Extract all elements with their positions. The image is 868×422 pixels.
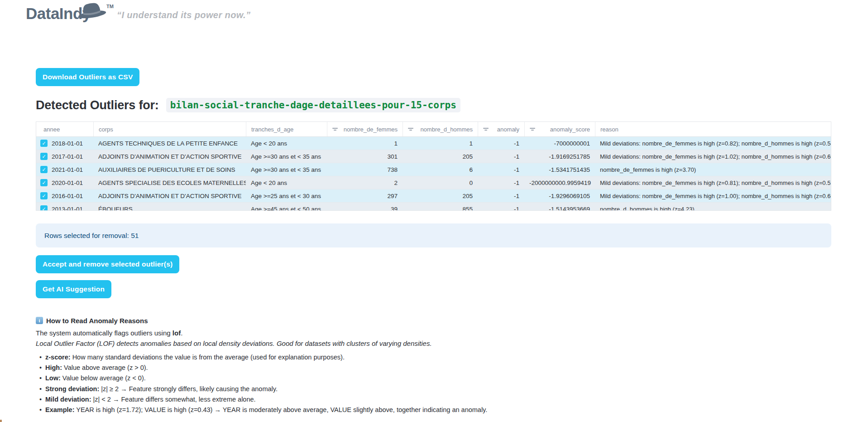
cell-score: -7000000001 (524, 140, 595, 147)
filter-icon[interactable] (332, 128, 338, 131)
cell-corps: ÉBOUEURS (93, 206, 246, 211)
cell-anomaly: -1 (478, 166, 524, 173)
column-header-hommes[interactable]: nombre_d_hommes (403, 122, 478, 136)
table-row[interactable]: 2013-01-01 ÉBOUEURS Age >=45 ans et < 50… (36, 203, 831, 211)
cell-tranche: Age >=45 ans et < 50 ans (246, 206, 327, 211)
cell-tranche: Age >=30 ans et < 35 ans (246, 166, 327, 173)
cell-hommes: 1 (403, 140, 478, 147)
cell-corps: AUXILIAIRES DE PUERICULTURE ET DE SOINS (93, 166, 246, 173)
cell-corps: ADJOINTS D'ANIMATION ET D'ACTION SPORTIV… (93, 193, 246, 199)
cell-score: -2000000000.9959419 (524, 179, 595, 186)
cell-tranche: Age >=25 ans et < 30 ans (246, 193, 327, 199)
row-checkbox[interactable] (40, 166, 48, 173)
cell-corps: ADJOINTS D'ANIMATION ET D'ACTION SPORTIV… (93, 153, 246, 160)
cell-annee: 2020-01-01 (52, 179, 83, 186)
tagline: “I understand its power now.” (117, 10, 250, 20)
column-header-annee[interactable]: annee (36, 122, 93, 136)
cell-anomaly: -1 (478, 140, 524, 147)
cell-reason: Mild deviations: nombre_de_femmes is hig… (595, 193, 831, 199)
cell-tranche: Age >=30 ans et < 35 ans (246, 153, 327, 160)
screen-edge-artifact (0, 420, 2, 422)
cell-score: -1.5341751435 (524, 166, 595, 173)
help-bullet: High: Value above average (z > 0). (36, 363, 806, 373)
table-body: 2018-01-01 AGENTS TECHNIQUES DE LA PETIT… (36, 137, 831, 211)
cell-femmes: 738 (327, 166, 403, 173)
cell-anomaly: -1 (478, 153, 524, 160)
download-csv-button[interactable]: Download Outliers as CSV (36, 68, 139, 86)
cell-hommes: 0 (403, 179, 478, 186)
cell-tranche: Age < 20 ans (246, 140, 327, 147)
cell-annee: 2021-01-01 (52, 166, 83, 173)
hat-icon (76, 0, 108, 20)
cell-femmes: 301 (327, 153, 403, 160)
section-heading: Detected Outliers for: bilan-social-tran… (36, 98, 460, 112)
row-checkbox[interactable] (40, 205, 48, 211)
filter-icon[interactable] (530, 128, 535, 131)
cell-hommes: 205 (403, 153, 478, 160)
cell-annee: 2018-01-01 (52, 140, 83, 147)
cell-femmes: 1 (327, 140, 403, 147)
rows-selected-info: Rows selected for removal: 51 (36, 223, 831, 247)
row-checkbox[interactable] (40, 192, 48, 199)
cell-annee: 2016-01-01 (52, 193, 83, 199)
help-bullet: Low: Value below average (z < 0). (36, 373, 806, 383)
anomaly-help-section: i How to Read Anomaly Reasons The system… (36, 316, 806, 415)
filter-icon[interactable] (408, 128, 413, 131)
cell-hommes: 6 (403, 166, 478, 173)
info-icon: i (36, 317, 43, 324)
table-row[interactable]: 2016-01-01 ADJOINTS D'ANIMATION ET D'ACT… (36, 189, 831, 203)
column-header-tranches[interactable]: tranches_d_age (246, 122, 327, 136)
table-row[interactable]: 2017-01-01 ADJOINTS D'ANIMATION ET D'ACT… (36, 150, 831, 163)
column-header-anomaly[interactable]: anomaly (478, 122, 524, 136)
cell-femmes: 297 (327, 193, 403, 199)
page-title: Detected Outliers for: (36, 98, 159, 112)
cell-score: -1.9296069105 (524, 193, 595, 199)
app-logo: DataIndy TM (26, 5, 125, 27)
cell-reason: nombre_d_hommes is high (z=4.23) (595, 206, 831, 211)
cell-score: -1.9169251785 (524, 153, 595, 160)
table-row[interactable]: 2020-01-01 AGENTS SPECIALISE DES ECOLES … (36, 176, 831, 189)
rows-selected-text: Rows selected for removal: 51 (44, 232, 139, 240)
cell-annee: 2017-01-01 (52, 153, 83, 160)
cell-reason: nombre_de_femmes is high (z=3.70) (595, 166, 831, 173)
cell-femmes: 2 (327, 179, 403, 186)
help-bullet: Example: YEAR is high (z=1.72); VALUE is… (36, 405, 806, 415)
cell-reason: Mild deviations: nombre_de_femmes is hig… (595, 179, 831, 186)
help-description: Local Outlier Factor (LOF) detects anoma… (36, 340, 806, 349)
dataset-name-code: bilan-social-tranche-dage-detaillees-pou… (166, 98, 460, 112)
cell-hommes: 205 (403, 193, 478, 199)
row-checkbox[interactable] (40, 140, 48, 147)
cell-anomaly: -1 (478, 179, 524, 186)
row-checkbox[interactable] (40, 153, 48, 160)
cell-score: -1.5143953669 (524, 206, 595, 211)
help-bullet-list: z-score: How many standard deviations th… (36, 352, 806, 415)
help-bullet: Mild deviation: |z| < 2 → Feature differ… (36, 394, 806, 405)
ai-suggestion-button[interactable]: Get AI Suggestion (36, 280, 111, 298)
cell-femmes: 39 (327, 206, 403, 211)
table-row[interactable]: 2021-01-01 AUXILIAIRES DE PUERICULTURE E… (36, 163, 831, 176)
help-bullet: z-score: How many standard deviations th… (36, 352, 806, 363)
cell-annee: 2013-01-01 (52, 206, 83, 211)
table-row[interactable]: 2018-01-01 AGENTS TECHNIQUES DE LA PETIT… (36, 137, 831, 150)
column-header-femmes[interactable]: nombre_de_femmes (327, 122, 403, 136)
column-header-score[interactable]: anomaly_score (524, 122, 595, 136)
help-title: i How to Read Anomaly Reasons (36, 316, 806, 325)
cell-reason: Mild deviations: nombre_de_femmes is hig… (595, 140, 831, 147)
filter-icon[interactable] (483, 128, 489, 131)
cell-corps: AGENTS SPECIALISE DES ECOLES MATERNELLES (93, 179, 246, 186)
accept-remove-button[interactable]: Accept and remove selected outlier(s) (36, 255, 179, 273)
help-intro: The system automatically flags outliers … (36, 329, 806, 339)
help-bullet: Strong deviation: |z| ≥ 2 → Feature stro… (36, 384, 806, 394)
column-header-corps[interactable]: corps (93, 122, 246, 136)
cell-tranche: Age < 20 ans (246, 179, 327, 186)
page: DataIndy TM “I understand its power now.… (0, 0, 868, 422)
table-header-row: annee corps tranches_d_age nombre_de_fem… (36, 122, 831, 137)
cell-anomaly: -1 (478, 193, 524, 199)
cell-anomaly: -1 (478, 206, 524, 211)
cell-hommes: 855 (403, 206, 478, 211)
row-checkbox[interactable] (40, 179, 48, 186)
column-header-reason[interactable]: reason (595, 122, 831, 136)
outliers-table: annee corps tranches_d_age nombre_de_fem… (36, 121, 831, 211)
cell-reason: Mild deviations: nombre_de_femmes is hig… (595, 153, 831, 160)
logo-tm: TM (106, 4, 114, 9)
